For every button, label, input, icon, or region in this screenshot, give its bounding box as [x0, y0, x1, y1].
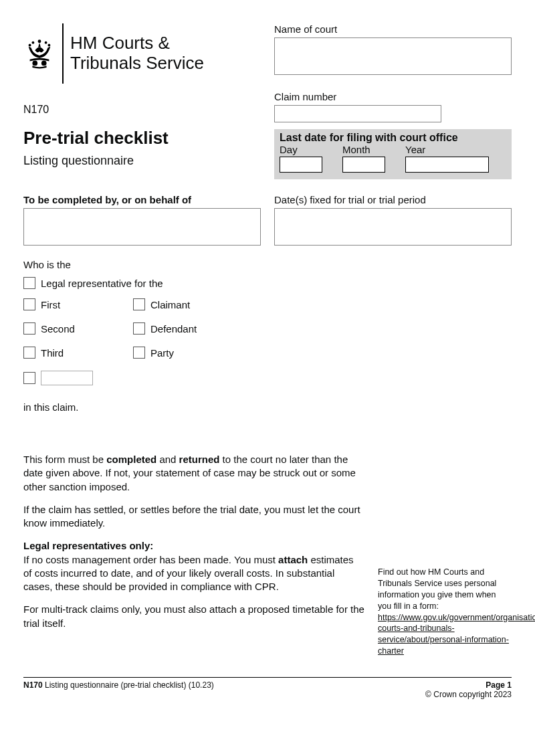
label-third: Third — [41, 347, 64, 359]
label-claimant: Claimant — [150, 299, 190, 310]
label-dates-fixed: Date(s) fixed for trial or trial period — [274, 194, 512, 205]
svg-point-3 — [31, 41, 34, 44]
checkbox-other[interactable] — [23, 372, 35, 384]
input-completed-by[interactable] — [23, 208, 261, 246]
input-claim-number[interactable] — [274, 105, 441, 122]
instructions: This form must be completed and returned… — [23, 453, 364, 657]
svg-point-6 — [41, 61, 47, 66]
page-footer: N170 Listing questionnaire (pre-trial ch… — [23, 678, 512, 699]
privacy-info: Find out how HM Courts and Tribunals Ser… — [378, 453, 512, 657]
privacy-link[interactable]: https://www.gov.uk/government/organisati… — [378, 613, 535, 656]
input-name-of-court[interactable] — [274, 37, 512, 75]
label-who-is-the: Who is the — [23, 259, 512, 270]
org-logo: HM Courts & Tribunals Service — [23, 23, 261, 84]
form-title: Pre-trial checklist — [23, 128, 261, 149]
label-month: Month — [342, 144, 385, 155]
input-dates-fixed[interactable] — [274, 208, 512, 246]
filing-date-section: Last date for filing with court office D… — [274, 129, 512, 179]
svg-point-4 — [45, 41, 47, 44]
org-name: HM Courts & Tribunals Service — [70, 33, 204, 74]
label-filing-date: Last date for filing with court office — [280, 132, 506, 144]
checkbox-second[interactable] — [23, 322, 35, 335]
label-day: Day — [280, 144, 322, 155]
label-legal-rep: Legal representative for the — [41, 278, 163, 289]
label-second: Second — [41, 323, 75, 335]
svg-point-5 — [32, 61, 37, 66]
checkbox-legal-rep[interactable] — [23, 277, 35, 289]
form-number: N170 — [23, 104, 261, 116]
label-claim-number: Claim number — [274, 91, 512, 102]
svg-point-2 — [47, 44, 50, 47]
checkbox-party[interactable] — [133, 347, 145, 359]
label-completed-by: To be completed by, or on behalf of — [23, 194, 261, 205]
label-year: Year — [405, 144, 506, 155]
input-filing-day[interactable] — [280, 157, 322, 173]
label-defendant: Defendant — [150, 323, 197, 335]
svg-point-0 — [38, 39, 41, 43]
input-other[interactable] — [41, 371, 93, 385]
label-party: Party — [150, 347, 174, 359]
form-subtitle: Listing questionnaire — [23, 154, 261, 168]
checkbox-third[interactable] — [23, 347, 35, 359]
checkbox-first[interactable] — [23, 298, 35, 310]
label-name-of-court: Name of court — [274, 23, 512, 35]
checkbox-claimant[interactable] — [133, 298, 145, 310]
svg-point-1 — [29, 44, 31, 47]
checkbox-defendant[interactable] — [133, 322, 145, 335]
input-filing-month[interactable] — [342, 157, 385, 173]
crown-crest-icon — [23, 37, 56, 70]
label-in-this-claim: in this claim. — [23, 401, 512, 413]
label-first: First — [41, 299, 60, 310]
input-filing-year[interactable] — [405, 157, 489, 173]
